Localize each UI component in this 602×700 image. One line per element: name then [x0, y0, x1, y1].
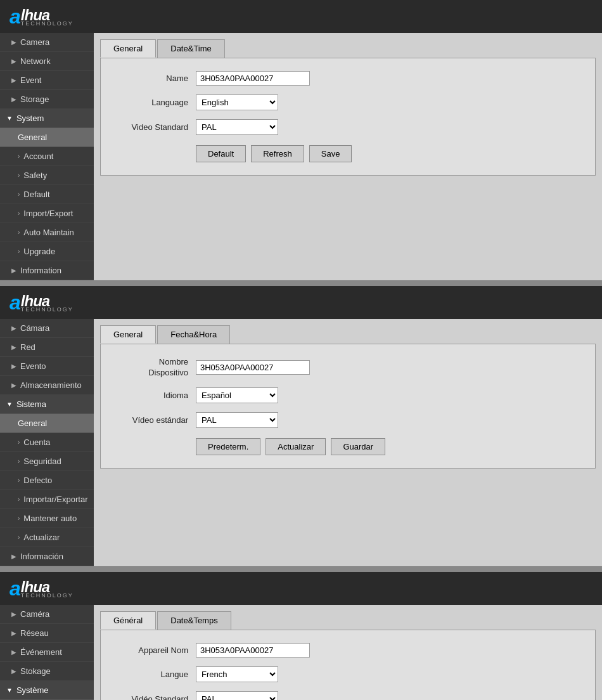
chevron-right-icon: › — [18, 191, 20, 198]
sidebar-item-8[interactable]: ›Default — [0, 185, 94, 204]
form-row-1: IdiomaEspañol — [113, 387, 582, 403]
chevron-right-icon: › — [18, 477, 20, 484]
chevron-right-icon: ▶ — [11, 363, 16, 370]
logo-sub: TECHNOLOGY — [21, 592, 74, 599]
form-input-0[interactable] — [196, 643, 310, 658]
button-2[interactable]: Guardar — [331, 438, 385, 455]
form-input-0[interactable] — [196, 71, 310, 86]
form-input-0[interactable] — [196, 360, 310, 375]
sidebar-item-11[interactable]: ›Actualizar — [0, 528, 94, 547]
header: a lhua TECHNOLOGY — [0, 572, 602, 605]
chevron-right-icon: ▶ — [11, 39, 16, 46]
sidebar-child-label: Default — [23, 190, 49, 199]
sidebar-item-4[interactable]: ▼Système — [0, 681, 94, 700]
panel-french: a lhua TECHNOLOGY ▶Caméra▶Réseau▶Événeme… — [0, 572, 602, 700]
tab-0[interactable]: General — [100, 39, 156, 58]
sidebar-item-8[interactable]: ›Defecto — [0, 471, 94, 490]
tab-0[interactable]: Général — [100, 611, 156, 630]
sidebar: ▶Caméra▶Réseau▶Événement▶Stokage▼Système… — [0, 605, 94, 700]
sidebar: ▶Camera▶Network▶Event▶Storage▼SystemGene… — [0, 33, 94, 280]
form-label-2: Vidéo Standard — [113, 694, 196, 700]
sidebar-child-label: Mantener auto — [23, 514, 77, 523]
chevron-right-icon: › — [18, 439, 20, 446]
sidebar-child-label: Defecto — [23, 476, 52, 485]
sidebar-item-4[interactable]: ▼Sistema — [0, 395, 94, 414]
sidebar-item-4[interactable]: ▼System — [0, 109, 94, 128]
sidebar-item-label: Cámara — [20, 323, 49, 333]
sidebar-item-1[interactable]: ▶Red — [0, 338, 94, 357]
chevron-right-icon: › — [18, 458, 20, 465]
layout: ▶Camera▶Network▶Event▶Storage▼SystemGene… — [0, 33, 602, 280]
logo-a-icon: a — [10, 5, 21, 29]
sidebar-item-0[interactable]: ▶Cámara — [0, 319, 94, 338]
main-content: GeneralFecha&HoraNombreDispositivoIdioma… — [94, 319, 602, 566]
tab-content: NameLanguageEnglishVideo StandardPALDefa… — [100, 58, 596, 176]
sidebar-item-9[interactable]: ›Importar/Exportar — [0, 490, 94, 509]
sidebar-item-label: Stokage — [20, 666, 51, 676]
sidebar-item-10[interactable]: ›Mantener auto — [0, 509, 94, 528]
form-row-0: Name — [113, 71, 582, 86]
sidebar-item-6[interactable]: ›Cuenta — [0, 433, 94, 452]
sidebar-item-6[interactable]: ›Account — [0, 147, 94, 166]
sidebar-child-label: Cuenta — [23, 438, 50, 447]
sidebar-item-5[interactable]: General — [0, 414, 94, 433]
form-select-1[interactable]: English — [196, 94, 278, 110]
chevron-right-icon: › — [18, 534, 20, 541]
sidebar-item-9[interactable]: ›Import/Export — [0, 204, 94, 223]
form-row-1: LangueFrench — [113, 666, 582, 682]
panel-spanish: a lhua TECHNOLOGY ▶Cámara▶Red▶Evento▶Alm… — [0, 286, 602, 568]
sidebar-active-label: General — [18, 418, 47, 428]
main-content: GénéralDate&TempsAppareil NomLangueFrenc… — [94, 605, 602, 700]
sidebar-item-7[interactable]: ›Seguridad — [0, 452, 94, 471]
button-0[interactable]: Default — [196, 145, 246, 162]
tab-1[interactable]: Fecha&Hora — [157, 325, 230, 344]
chevron-right-icon: › — [18, 210, 20, 217]
form-row-1: LanguageEnglish — [113, 94, 582, 110]
chevron-right-icon: ▶ — [11, 267, 16, 274]
form-label-0: Name — [113, 74, 196, 83]
sidebar-item-12[interactable]: ▶Information — [0, 261, 94, 280]
sidebar-item-0[interactable]: ▶Camera — [0, 33, 94, 52]
sidebar-item-2[interactable]: ▶Event — [0, 71, 94, 90]
form-row-0: Appareil Nom — [113, 643, 582, 658]
sidebar-item-label: Camera — [20, 37, 49, 47]
sidebar-item-1[interactable]: ▶Network — [0, 52, 94, 71]
sidebar-child-label: Auto Maintain — [23, 228, 74, 237]
chevron-right-icon: ▶ — [11, 58, 16, 65]
form-select-1[interactable]: French — [196, 666, 278, 682]
sidebar-item-0[interactable]: ▶Caméra — [0, 605, 94, 624]
sidebar-item-2[interactable]: ▶Événement — [0, 643, 94, 662]
sidebar-item-3[interactable]: ▶Storage — [0, 90, 94, 109]
sidebar-item-label: Information — [20, 266, 61, 275]
sidebar-item-3[interactable]: ▶Almacenamiento — [0, 376, 94, 395]
sidebar-item-12[interactable]: ▶Información — [0, 547, 94, 566]
tabs: GeneralDate&Time — [100, 39, 596, 58]
tab-1[interactable]: Date&Time — [157, 39, 225, 58]
sidebar-item-1[interactable]: ▶Réseau — [0, 624, 94, 643]
sidebar-child-label: Safety — [23, 171, 47, 180]
button-0[interactable]: Predeterm. — [196, 438, 260, 455]
form-select-1[interactable]: Español — [196, 387, 278, 403]
panel-english: a lhua TECHNOLOGY ▶Camera▶Network▶Event▶… — [0, 0, 602, 282]
sidebar-item-5[interactable]: General — [0, 128, 94, 147]
sidebar-item-3[interactable]: ▶Stokage — [0, 662, 94, 681]
chevron-right-icon: › — [18, 496, 20, 503]
button-2[interactable]: Save — [309, 145, 352, 162]
sidebar-child-label: Upgrade — [23, 247, 55, 256]
button-1[interactable]: Actualizar — [266, 438, 326, 455]
sidebar-item-2[interactable]: ▶Evento — [0, 357, 94, 376]
form-select-2[interactable]: PAL — [196, 119, 278, 135]
tab-0[interactable]: General — [100, 325, 156, 344]
sidebar-section-label: System — [16, 113, 44, 123]
tab-content: Appareil NomLangueFrenchVidéo StandardPA… — [100, 630, 596, 700]
tab-1[interactable]: Date&Temps — [157, 611, 231, 630]
button-1[interactable]: Refresh — [251, 145, 304, 162]
sidebar-item-7[interactable]: ›Safety — [0, 166, 94, 185]
sidebar-item-11[interactable]: ›Upgrade — [0, 242, 94, 261]
sidebar-item-10[interactable]: ›Auto Maintain — [0, 223, 94, 242]
logo-sub: TECHNOLOGY — [21, 306, 74, 313]
form-label-0: Appareil Nom — [113, 645, 196, 655]
form-select-2[interactable]: PAL — [196, 412, 278, 428]
logo-sub: TECHNOLOGY — [21, 20, 74, 27]
form-select-2[interactable]: PAL — [196, 691, 278, 700]
